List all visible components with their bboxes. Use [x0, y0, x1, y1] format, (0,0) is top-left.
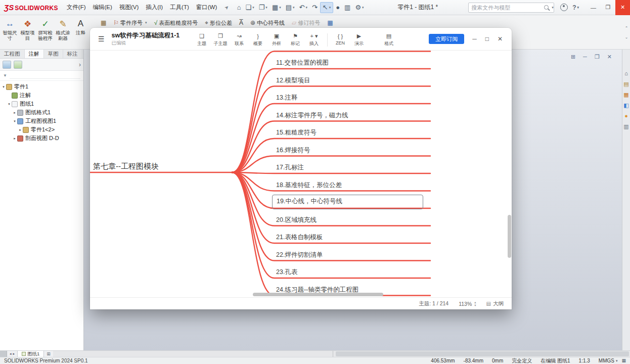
zoom-stepper[interactable]: ▴▾ — [474, 301, 476, 307]
custom-properties-icon[interactable]: ▥ — [623, 124, 628, 129]
print-icon[interactable]: ▤▾ — [284, 2, 297, 13]
expand-arrow-icon[interactable]: ▾ — [1, 85, 6, 89]
minimize-icon[interactable]: ─ — [472, 36, 477, 42]
present-button[interactable]: ▶演示 — [350, 31, 369, 47]
mindmap-canvas[interactable]: 第七章--工程图模块 11.交替位置的视图12.模型项目13.注释14.标注零件… — [90, 51, 512, 297]
zen-button[interactable]: { }ZEN — [331, 31, 350, 46]
menu-icon[interactable]: ☰ — [98, 35, 105, 43]
central-topic[interactable]: 第七章--工程图模块 — [93, 162, 159, 171]
menu-item[interactable]: 窗口(W) — [193, 4, 221, 11]
command-tab[interactable]: 草图 — [44, 50, 63, 58]
model-items-button[interactable]: ❖模型项目 — [19, 15, 36, 49]
mindmap-topic[interactable]: 13.注释 — [276, 94, 297, 102]
menu-item[interactable]: 编辑(E) — [89, 4, 116, 11]
mindmap-topic[interactable]: 17.孔标注 — [276, 163, 304, 172]
open-icon[interactable]: ❐▾ — [257, 2, 269, 13]
pin-icon[interactable]: ➤ — [223, 4, 231, 11]
close-icon[interactable]: ✕ — [607, 54, 612, 60]
smart-dimension-button[interactable]: ↔智能尺寸 — [1, 15, 19, 49]
home-icon[interactable]: ⌂ — [235, 2, 243, 13]
help-icon[interactable]: ?▾ — [572, 4, 579, 11]
save-icon[interactable]: ▦▾ — [270, 2, 283, 13]
surface-finish-button[interactable]: √表面粗糙度符号 — [151, 17, 202, 28]
file-explorer-icon[interactable]: ▦ — [623, 92, 628, 98]
expand-arrow-icon[interactable]: ▸ — [12, 136, 17, 141]
mindmap-topic[interactable]: 22.焊件切割清单 — [276, 251, 323, 259]
minimize-icon[interactable]: — — [586, 0, 601, 15]
mass-properties-icon[interactable]: ▥ — [342, 2, 352, 13]
expand-arrow-icon[interactable]: ▸ — [18, 128, 23, 132]
tree-item[interactable]: ▾图纸1 — [0, 100, 83, 108]
sheet-prev-icon[interactable]: ◂ — [10, 352, 12, 356]
center-mark-button[interactable]: ⊕中心符号线 — [247, 17, 288, 28]
undo-icon[interactable]: ↶▾ — [297, 2, 309, 13]
sheet-tab[interactable]: 图纸1 — [17, 351, 44, 357]
command-tab[interactable]: 工程图 — [0, 50, 25, 58]
command-tab[interactable]: 标注 — [63, 50, 82, 58]
sheet-next-icon[interactable]: ▸ — [13, 352, 15, 356]
balloon-button[interactable]: ⚐零件序号▾ — [110, 17, 150, 28]
topic-button[interactable]: ❑主题 — [193, 31, 211, 47]
search-box[interactable]: ▾ — [468, 3, 554, 13]
maximize-icon[interactable]: ❐ — [601, 0, 615, 15]
custom-properties-icon[interactable]: ▦ — [621, 358, 626, 363]
close-icon[interactable]: ✕ — [615, 0, 630, 15]
appearances-icon[interactable]: ● — [624, 113, 628, 119]
mindmap-topic[interactable]: 12.模型项目 — [276, 76, 310, 85]
format-button[interactable]: ▤格式 — [380, 31, 398, 47]
add-sheet-button[interactable]: ⊞ — [44, 351, 53, 356]
geometric-tolerance-button[interactable]: ⌖形位公差 — [201, 17, 236, 28]
home-icon[interactable]: ⌂ — [624, 71, 628, 76]
weld-symbol-button[interactable]: ▦ — [97, 17, 110, 28]
search-caret-icon[interactable]: ▾ — [552, 6, 554, 10]
restore-icon[interactable]: ❐ — [595, 54, 600, 60]
command-tab[interactable]: 注解 — [25, 50, 44, 58]
minimize-icon[interactable]: ─ — [583, 54, 587, 60]
summary-button[interactable]: }概要 — [249, 31, 267, 47]
account-icon[interactable] — [560, 4, 568, 11]
expand-arrow-icon[interactable]: ▾ — [7, 102, 12, 106]
sphere-icon[interactable]: ● — [334, 2, 342, 13]
featuremanager-tree-icon[interactable] — [3, 61, 11, 69]
menu-item[interactable]: 插入(I) — [142, 4, 166, 11]
revision-symbol-button[interactable]: ▱修订符号 — [288, 17, 324, 28]
maximize-icon[interactable]: □ — [485, 36, 489, 42]
collapse-ribbon-icon[interactable]: ˆ — [625, 26, 627, 32]
tree-item[interactable]: 注解 — [0, 91, 83, 100]
tree-item[interactable]: ▸图纸格式1 — [0, 108, 83, 117]
format-painter-button[interactable]: ✎格式涂刷器 — [54, 15, 72, 49]
mindmap-topic[interactable]: 11.交替位置的视图 — [276, 59, 329, 67]
property-manager-icon[interactable] — [14, 61, 22, 69]
spell-checker-button[interactable]: ✓拼写检验程序 — [36, 15, 54, 49]
subtopic-button[interactable]: ❒子主题 — [211, 31, 230, 47]
panel-flyout-icon[interactable]: › — [79, 61, 81, 68]
menu-item[interactable]: 工具(T) — [166, 4, 193, 11]
expand-arrow-icon[interactable]: ▸ — [12, 111, 17, 115]
mindmap-topic[interactable]: 20.区域填充线 — [276, 216, 317, 224]
tree-item[interactable]: ▸剖面视图 D-D — [0, 134, 83, 143]
tree-item[interactable]: ▾零件1 — [0, 82, 83, 91]
expand-arrow-icon[interactable]: ▾ — [12, 119, 17, 123]
select-icon[interactable]: ↖▾ — [320, 2, 333, 13]
design-library-icon[interactable]: ▤ — [623, 81, 628, 87]
tree-item[interactable]: ▸零件1<2> — [0, 125, 83, 134]
viewport-icon[interactable]: ⊞ — [571, 54, 575, 60]
mindmap-topic[interactable]: 14.标注零件序号，磁力线 — [276, 111, 348, 120]
search-input[interactable] — [471, 5, 543, 11]
marker-button[interactable]: ⚑标记 — [286, 31, 305, 47]
horizontal-scrollbar-thumb[interactable] — [253, 293, 383, 296]
filter-input[interactable] — [10, 73, 80, 79]
options-icon[interactable]: ⚙▾ — [353, 2, 366, 13]
outline-button[interactable]: ▤ 大纲 — [486, 300, 504, 307]
scrollbar-thumb[interactable] — [336, 351, 629, 356]
mindmap-topic[interactable]: 21.表格自制模板 — [276, 233, 323, 242]
mindmap-topic[interactable]: 15.粗糙度符号 — [276, 128, 317, 137]
relationship-button[interactable]: ↝联系 — [230, 31, 249, 47]
mindmap-topic[interactable]: 18.基准特征，形位公差 — [276, 181, 342, 190]
close-icon[interactable]: ✕ — [498, 36, 503, 42]
new-icon[interactable]: ❏▾ — [244, 2, 256, 13]
filter-icon[interactable]: ▼ — [3, 73, 7, 78]
insert-button[interactable]: + ▾插入 — [305, 31, 324, 47]
redo-icon[interactable]: ↷ — [310, 2, 320, 13]
datum-feature-button[interactable]: A̅ — [236, 17, 247, 28]
